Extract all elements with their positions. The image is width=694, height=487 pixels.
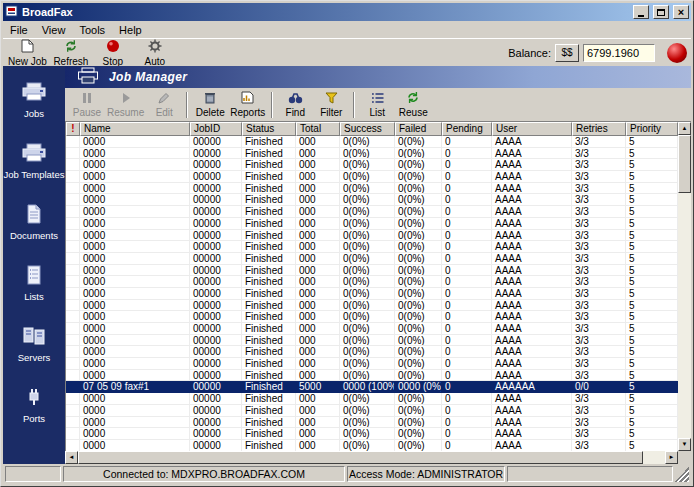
column-header-priority[interactable]: Priority xyxy=(626,122,678,136)
job-table-body: 0000 00000 Finished 000 0(0%) 0(0%) 0 AA… xyxy=(66,136,678,451)
menu-file[interactable]: File xyxy=(3,22,35,38)
table-row[interactable]: 0000 00000 Finished 000 0(0%) 0(0%) 0 AA… xyxy=(66,300,678,312)
table-row[interactable]: 0000 00000 Finished 000 0(0%) 0(0%) 0 AA… xyxy=(66,194,678,206)
table-row[interactable]: 07 05 09 fax#1 00000 Finished 5000 0000 … xyxy=(66,381,678,393)
table-row[interactable]: 0000 00000 Finished 000 0(0%) 0(0%) 0 AA… xyxy=(66,230,678,242)
minimize-button[interactable] xyxy=(633,5,649,19)
auto-button[interactable]: Auto xyxy=(134,39,176,66)
sidebar-label-servers: Servers xyxy=(18,352,51,363)
table-row[interactable]: 0000 00000 Finished 000 0(0%) 0(0%) 0 AA… xyxy=(66,159,678,171)
table-row[interactable]: 0000 00000 Finished 000 0(0%) 0(0%) 0 AA… xyxy=(66,265,678,277)
table-row[interactable]: 0000 00000 Finished 000 0(0%) 0(0%) 0 AA… xyxy=(66,171,678,183)
new-job-button[interactable]: New Job xyxy=(5,39,50,66)
table-row[interactable]: 0000 00000 Finished 000 0(0%) 0(0%) 0 AA… xyxy=(66,136,678,148)
column-header-alert[interactable]: ! xyxy=(66,122,80,136)
cell-failed: 0(0%) xyxy=(395,276,442,288)
table-row[interactable]: 0000 00000 Finished 000 0(0%) 0(0%) 0 AA… xyxy=(66,183,678,195)
menu-view[interactable]: View xyxy=(35,22,73,38)
delete-button[interactable]: Delete xyxy=(192,90,228,120)
reuse-button[interactable]: Reuse xyxy=(395,90,431,120)
cell-total: 000 xyxy=(296,300,340,312)
vertical-scroll-track[interactable] xyxy=(678,193,691,438)
table-row[interactable]: 0000 00000 Finished 000 0(0%) 0(0%) 0 AA… xyxy=(66,440,678,451)
table-row[interactable]: 0000 00000 Finished 000 0(0%) 0(0%) 0 AA… xyxy=(66,288,678,300)
cell-pending: 0 xyxy=(442,288,492,300)
column-header-retries[interactable]: Retries xyxy=(572,122,626,136)
cell-priority: 5 xyxy=(626,358,678,370)
column-header-user[interactable]: User xyxy=(492,122,572,136)
column-header-success[interactable]: Success xyxy=(340,122,395,136)
table-row[interactable]: 0000 00000 Finished 000 0(0%) 0(0%) 0 AA… xyxy=(66,346,678,358)
pause-button[interactable]: Pause xyxy=(69,90,105,120)
table-row[interactable]: 0000 00000 Finished 000 0(0%) 0(0%) 0 AA… xyxy=(66,417,678,429)
table-row[interactable]: 0000 00000 Finished 000 0(0%) 0(0%) 0 AA… xyxy=(66,148,678,160)
scroll-right-icon[interactable]: ► xyxy=(665,451,678,464)
table-row[interactable]: 0000 00000 Finished 000 0(0%) 0(0%) 0 AA… xyxy=(66,393,678,405)
table-row[interactable]: 0000 00000 Finished 000 0(0%) 0(0%) 0 AA… xyxy=(66,311,678,323)
table-row[interactable]: 0000 00000 Finished 000 0(0%) 0(0%) 0 AA… xyxy=(66,206,678,218)
column-header-total[interactable]: Total xyxy=(296,122,340,136)
resize-grip[interactable] xyxy=(675,466,689,482)
cell-jobid: 00000 xyxy=(190,194,242,206)
cell-user: AAAA xyxy=(492,171,572,183)
column-header-failed[interactable]: Failed xyxy=(395,122,442,136)
cell-pending: 0 xyxy=(442,194,492,206)
cell-user: AAAA xyxy=(492,206,572,218)
table-row[interactable]: 0000 00000 Finished 000 0(0%) 0(0%) 0 AA… xyxy=(66,358,678,370)
horizontal-scroll-thumb[interactable] xyxy=(78,451,643,464)
cell-name: 0000 xyxy=(80,136,190,148)
cell-total: 000 xyxy=(296,288,340,300)
maximize-button[interactable] xyxy=(653,5,669,19)
close-button[interactable]: × xyxy=(673,5,689,19)
cell-failed: 0(0%) xyxy=(395,358,442,370)
cell-jobid: 00000 xyxy=(190,428,242,440)
sidebar-label-job-templates: Job Templates xyxy=(3,169,64,180)
menu-help[interactable]: Help xyxy=(112,22,149,38)
balance-value-field[interactable] xyxy=(583,44,655,62)
column-header-pending[interactable]: Pending xyxy=(442,122,492,136)
sidebar-item-jobs[interactable]: Jobs xyxy=(3,82,65,119)
table-row[interactable]: 0000 00000 Finished 000 0(0%) 0(0%) 0 AA… xyxy=(66,335,678,347)
cell-success: 0(0%) xyxy=(340,171,395,183)
filter-button[interactable]: Filter xyxy=(313,90,349,120)
sidebar-item-lists[interactable]: Lists xyxy=(3,265,65,302)
cell-user: AAAA xyxy=(492,440,572,451)
column-header-jobid[interactable]: JobID xyxy=(190,122,242,136)
cell-total: 000 xyxy=(296,218,340,230)
cell-user: AAAA xyxy=(492,311,572,323)
cell-success: 0(0%) xyxy=(340,405,395,417)
resume-button[interactable]: Resume xyxy=(105,90,146,120)
table-row[interactable]: 0000 00000 Finished 000 0(0%) 0(0%) 0 AA… xyxy=(66,253,678,265)
sidebar-item-job-templates[interactable]: Job Templates xyxy=(3,143,65,180)
cell-retries: 3/3 xyxy=(572,265,626,277)
table-row[interactable]: 0000 00000 Finished 000 0(0%) 0(0%) 0 AA… xyxy=(66,370,678,382)
table-row[interactable]: 0000 00000 Finished 000 0(0%) 0(0%) 0 AA… xyxy=(66,218,678,230)
list-button[interactable]: List xyxy=(359,90,395,120)
find-button[interactable]: Find xyxy=(277,90,313,120)
column-header-name[interactable]: Name xyxy=(80,122,190,136)
stop-button[interactable]: Stop xyxy=(92,39,134,66)
table-row[interactable]: 0000 00000 Finished 000 0(0%) 0(0%) 0 AA… xyxy=(66,323,678,335)
table-row[interactable]: 0000 00000 Finished 000 0(0%) 0(0%) 0 AA… xyxy=(66,276,678,288)
table-row[interactable]: 0000 00000 Finished 000 0(0%) 0(0%) 0 AA… xyxy=(66,241,678,253)
scroll-left-icon[interactable]: ◄ xyxy=(65,451,78,464)
vertical-scrollbar[interactable]: ▲ ▼ xyxy=(678,122,691,451)
column-header-status[interactable]: Status xyxy=(242,122,296,136)
cell-pending: 0 xyxy=(442,358,492,370)
sidebar-item-ports[interactable]: Ports xyxy=(3,387,65,424)
broadfax-window: BroadFax × File View Tools Help New Job … xyxy=(0,0,694,487)
sidebar-item-servers[interactable]: Servers xyxy=(3,326,65,363)
edit-button[interactable]: Edit xyxy=(146,90,182,120)
balance-currency-button[interactable]: $$ xyxy=(555,44,579,62)
menu-tools[interactable]: Tools xyxy=(72,22,112,38)
cell-failed: 0(0%) xyxy=(395,370,442,382)
scroll-up-icon[interactable]: ▲ xyxy=(678,122,691,135)
table-row[interactable]: 0000 00000 Finished 000 0(0%) 0(0%) 0 AA… xyxy=(66,428,678,440)
scroll-down-icon[interactable]: ▼ xyxy=(678,438,691,451)
refresh-button[interactable]: Refresh xyxy=(50,39,92,66)
reports-button[interactable]: Reports xyxy=(228,90,267,120)
table-row[interactable]: 0000 00000 Finished 000 0(0%) 0(0%) 0 AA… xyxy=(66,405,678,417)
vertical-scroll-thumb[interactable] xyxy=(678,135,691,193)
horizontal-scrollbar[interactable]: ◄ ► xyxy=(65,451,678,464)
sidebar-item-documents[interactable]: Documents xyxy=(3,204,65,241)
